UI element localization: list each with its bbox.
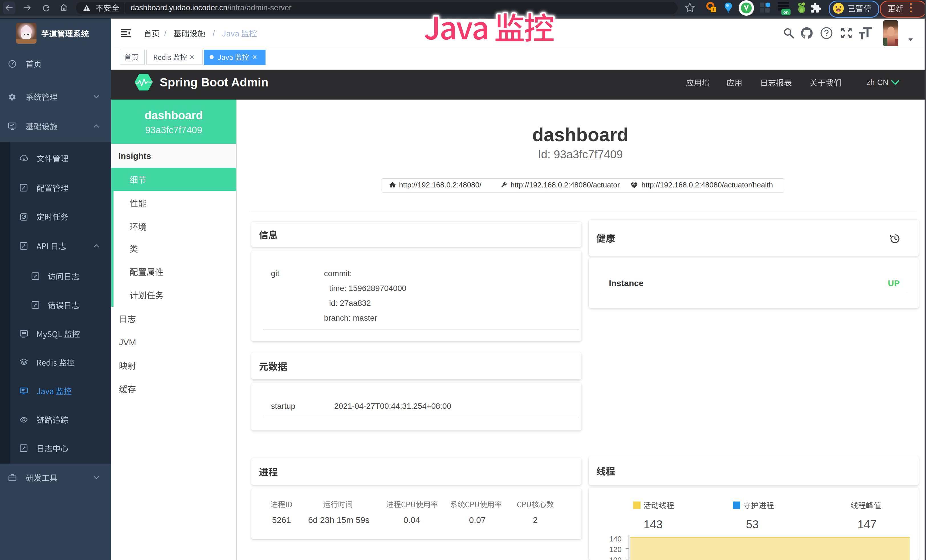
svg-text:on: on	[784, 10, 788, 15]
svg-text:1: 1	[713, 8, 715, 12]
